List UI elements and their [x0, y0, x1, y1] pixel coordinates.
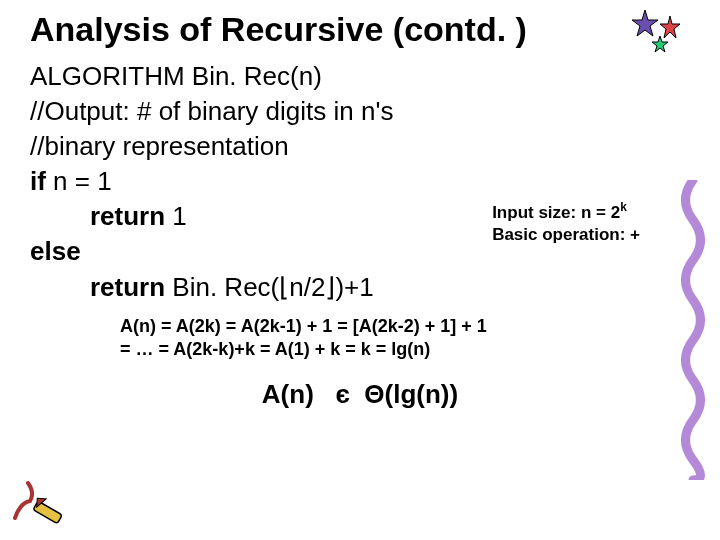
svg-marker-1 [660, 16, 680, 38]
if-keyword: if [30, 166, 46, 196]
slide-title: Analysis of Recursive (contd. ) [30, 10, 690, 49]
svg-marker-2 [652, 36, 668, 52]
recurrence-line-1: A(n) = A(2k) = A(2k-1) + 1 = [A(2k-2) + … [120, 315, 690, 338]
result-rhs: Θ(lg(n)) [364, 379, 458, 409]
algorithm-return-2: return Bin. Rec(⌊n/2⌋)+1 [90, 270, 690, 305]
svg-marker-0 [632, 10, 658, 36]
algorithm-header: ALGORITHM Bin. Rec(n) [30, 59, 690, 94]
note-line-1: Input size: n = 2k [492, 200, 640, 224]
recurrence-line-2: = … = A(2k-k)+k = A(1) + k = k = lg(n) [120, 338, 690, 361]
note-line-1-sup: k [620, 200, 627, 214]
crayon-icon [10, 473, 70, 528]
if-condition: n = 1 [46, 166, 112, 196]
squiggle-icon [678, 180, 708, 480]
stars-icon [630, 8, 690, 58]
note-line-2: Basic operation: + [492, 224, 640, 246]
recurrence-block: A(n) = A(2k) = A(2k-1) + 1 = [A(2k-2) + … [120, 315, 690, 362]
algorithm-if-line: if n = 1 [30, 164, 690, 199]
return2-value: Bin. Rec(⌊n/2⌋)+1 [165, 272, 374, 302]
return1-value: 1 [165, 201, 187, 231]
return1-keyword: return [90, 201, 165, 231]
slide-container: Analysis of Recursive (contd. ) ALGORITH… [0, 0, 720, 540]
algorithm-block: ALGORITHM Bin. Rec(n) //Output: # of bin… [30, 59, 690, 305]
return2-keyword: return [90, 272, 165, 302]
else-keyword: else [30, 236, 81, 266]
result-lhs: A(n) [262, 379, 314, 409]
result-line: A(n) є Θ(lg(n)) [30, 379, 690, 410]
input-size-note: Input size: n = 2k Basic operation: + [492, 200, 640, 246]
note-line-1-pre: Input size: n = 2 [492, 203, 620, 222]
result-relation: є [336, 379, 350, 409]
algorithm-comment-2: //binary representation [30, 129, 690, 164]
algorithm-comment-1: //Output: # of binary digits in n's [30, 94, 690, 129]
